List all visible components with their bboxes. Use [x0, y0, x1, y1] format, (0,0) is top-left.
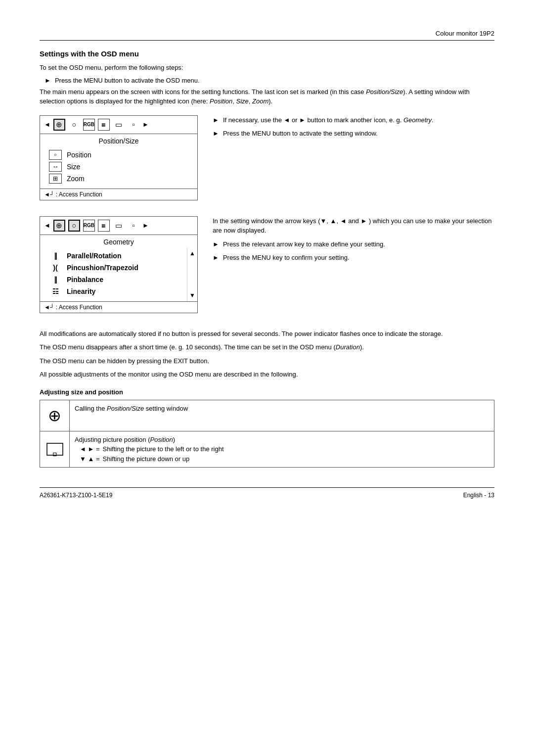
- right-bullet-arrow-2: ►: [213, 129, 219, 139]
- osd-access-text-1: ◄┘ : Access Function: [44, 191, 102, 198]
- osd-icon-size: ↔: [49, 162, 62, 172]
- osd-menu-list-1: ▫ Position ↔ Size ⊞ Zoom: [40, 147, 197, 189]
- bullet-press-menu: ► Press the MENU button to activate the …: [40, 77, 494, 84]
- scroll-bar: ▲ ▼: [187, 248, 197, 301]
- osd-access-1: ◄┘ : Access Function: [40, 189, 197, 200]
- osd-icon-rgb: RGB: [83, 119, 95, 131]
- sub-bullet-2: ▼ ▲ = Shifting the picture down or up: [75, 454, 489, 464]
- inline-position: Position: [150, 436, 173, 443]
- osd-right-arrow-2: ►: [142, 222, 149, 229]
- right-bullet-2: ► Press the MENU button to activate the …: [213, 129, 494, 139]
- scroll-up-arrow: ▲: [189, 250, 195, 257]
- osd-icon-linearity: ☷: [49, 286, 62, 296]
- osd-icon-circle-2: ○: [68, 220, 80, 232]
- osd-menu-item-pincushion: )( Pincushion/Trapezoid: [49, 262, 183, 274]
- header-title: Colour monitor 19P2: [436, 30, 494, 37]
- position-box-icon: ▫: [46, 443, 63, 456]
- osd-icon-rgb-2: RGB: [83, 220, 95, 232]
- osd-label-zoom: Zoom: [67, 175, 85, 183]
- right-bullet-arrow-4: ►: [213, 253, 219, 263]
- osd-label-parallel: Parallel/Rotation: [67, 252, 121, 260]
- osd-icon-move: ⊕: [53, 119, 65, 131]
- osd-left-arrow-2: ◄: [44, 222, 50, 229]
- footer: A26361-K713-Z100-1-5E19 English - 13: [40, 487, 494, 499]
- adjusting-text-2: Adjusting picture position (Position) ◄ …: [70, 431, 494, 468]
- osd-icon-move-2: ⊕: [53, 220, 65, 232]
- right-bullet-text-2: Press the MENU button to activate the se…: [223, 129, 378, 139]
- adjusting-table: ⊕ Calling the Position/Size setting wind…: [40, 400, 494, 468]
- adjusting-icon-1: ⊕: [40, 400, 70, 431]
- right-bullet-1: ► If necessary, use the ◄ or ► button to…: [213, 115, 494, 125]
- adjusting-line-1: Adjusting picture position (Position): [75, 435, 489, 445]
- adjusting-section: Adjusting size and position ⊕ Calling th…: [40, 388, 494, 468]
- right-bullet-arrow-3: ►: [213, 239, 219, 249]
- osd-icon-rect-2: ▫: [128, 220, 139, 232]
- sub-bullet-1: ◄ ► = Shifting the picture to the left o…: [75, 444, 489, 454]
- osd-icon-position: ▫: [49, 150, 62, 160]
- osd-label-position: Position: [67, 151, 91, 159]
- osd-menu-with-scroll: ∥ Parallel/Rotation )( Pincushion/Trapez…: [40, 248, 197, 301]
- body-text-1: The main menu appears on the screen with…: [40, 87, 494, 106]
- right-bullet-3: ► Press the relevant arrow key to make d…: [213, 239, 494, 249]
- bullet-press-menu-text: Press the MENU button to activate the OS…: [55, 77, 200, 84]
- adjusting-row-2: ▫ Adjusting picture position (Position) …: [40, 431, 494, 468]
- osd-icon-circle: ○: [68, 119, 80, 131]
- body-text-4: The OSD menu can be hidden by pressing t…: [40, 356, 494, 366]
- body-text-5: All possible adjustments of the monitor …: [40, 370, 494, 379]
- osd-label-pinbalance: Pinbalance: [67, 276, 103, 284]
- osd-icon-zoom: ⊞: [49, 174, 62, 184]
- sub-bullet-arrow-1: ◄ ► =: [80, 444, 100, 454]
- inline-duration: Duration: [336, 343, 360, 351]
- osd-label-linearity: Linearity: [67, 287, 95, 295]
- bullet-arrow-1: ►: [44, 77, 51, 84]
- osd-icon-monitor: ▭: [113, 119, 125, 131]
- osd-label-size: Size: [67, 163, 80, 171]
- sub-bullet-arrow-2: ▼ ▲ =: [80, 454, 100, 464]
- osd-menu-item-pinbalance: ∥ Pinbalance: [49, 274, 183, 285]
- inline-italic-1: Position/Size: [366, 88, 403, 95]
- right-col-2: In the setting window the arrow keys (▼,…: [213, 216, 494, 320]
- right-bullet-text-3: Press the relevant arrow key to make def…: [223, 239, 385, 249]
- osd-box-2-container: ◄ ⊕ ○ RGB ▦ ▭ ▫ ► Geometry ∥ Paral: [40, 216, 198, 320]
- osd-menu-item-zoom: ⊞ Zoom: [49, 173, 193, 185]
- section-title: Settings with the OSD menu: [40, 49, 494, 58]
- right-bullet-text-1: If necessary, use the ◄ or ► button to m…: [223, 115, 434, 125]
- right-col-1: ► If necessary, use the ◄ or ► button to…: [213, 115, 494, 207]
- sub-bullet-text-2: Shifting the picture down or up: [103, 454, 190, 464]
- osd-icon-parallel: ∥: [49, 251, 62, 261]
- right-bullet-4: ► Press the MENU key to confirm your set…: [213, 253, 494, 263]
- crosshair-icon: ⊕: [45, 404, 64, 427]
- osd-access-text-2: ◄┘ : Access Function: [44, 304, 102, 311]
- osd-menu-item-linearity: ☷ Linearity: [49, 285, 183, 297]
- osd-left-arrow-1: ◄: [44, 121, 50, 128]
- two-col-section-2: ◄ ⊕ ○ RGB ▦ ▭ ▫ ► Geometry ∥ Paral: [40, 216, 494, 320]
- osd-title-2: Geometry: [40, 235, 197, 248]
- adjusting-title: Adjusting size and position: [40, 388, 494, 396]
- osd-icon-pinbalance: ∥: [49, 275, 62, 284]
- osd-box-1-container: ◄ ⊕ ○ RGB ▦ ▭ ▫ ► Position/Size ▫ Positi…: [40, 115, 198, 207]
- osd-menu-item-size: ↔ Size: [49, 161, 193, 173]
- osd-box-2: ◄ ⊕ ○ RGB ▦ ▭ ▫ ► Geometry ∥ Paral: [40, 216, 198, 313]
- inline-italic-2: Position: [210, 97, 232, 105]
- right-bullet-arrow-1: ►: [213, 115, 219, 125]
- adjusting-text-1: Calling the Position/Size setting window: [70, 400, 494, 431]
- osd-box-1: ◄ ⊕ ○ RGB ▦ ▭ ▫ ► Position/Size ▫ Positi…: [40, 115, 198, 200]
- osd-menu-list-2: ∥ Parallel/Rotation )( Pincushion/Trapez…: [40, 248, 187, 301]
- scroll-down-arrow: ▼: [189, 292, 195, 299]
- adjusting-icon-2: ▫: [40, 431, 70, 468]
- osd-icon-lut-2: ▦: [98, 220, 110, 232]
- osd-menu-item-parallel: ∥ Parallel/Rotation: [49, 250, 183, 262]
- right-bullet-text-4: Press the MENU key to confirm your setti…: [223, 253, 350, 263]
- osd-icon-rect: ▫: [128, 119, 139, 131]
- header-line: Colour monitor 19P2: [40, 30, 494, 41]
- page: Colour monitor 19P2 Settings with the OS…: [0, 0, 534, 756]
- osd-access-2: ◄┘ : Access Function: [40, 301, 197, 313]
- osd-right-arrow-1: ►: [142, 121, 149, 128]
- osd-icon-pincushion: )(: [49, 263, 62, 273]
- two-col-section-1: ◄ ⊕ ○ RGB ▦ ▭ ▫ ► Position/Size ▫ Positi…: [40, 115, 494, 207]
- adjusting-row-1: ⊕ Calling the Position/Size setting wind…: [40, 400, 494, 431]
- inline-geom: Geometry: [403, 116, 432, 124]
- intro-text: To set the OSD menu, perform the followi…: [40, 63, 494, 73]
- osd-icon-lut: ▦: [98, 119, 110, 131]
- osd-label-pincushion: Pincushion/Trapezoid: [67, 264, 138, 272]
